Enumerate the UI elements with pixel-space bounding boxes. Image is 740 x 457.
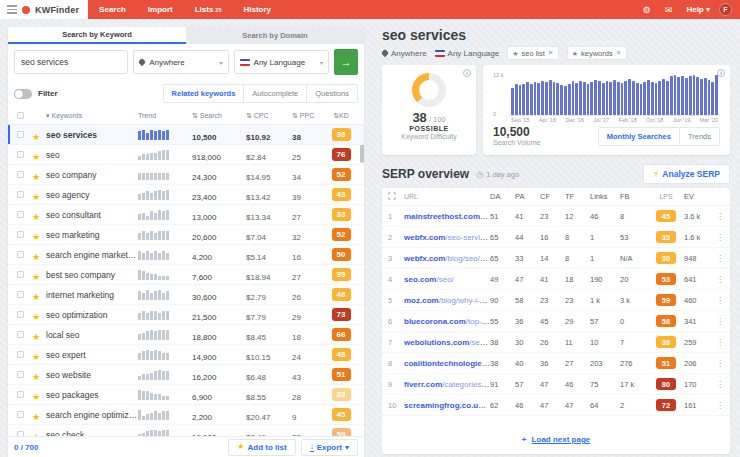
kd-badge[interactable]: 50 <box>332 248 351 261</box>
keyword-text[interactable]: seo company <box>46 170 138 180</box>
col-cpc[interactable]: ⇅ CPC <box>246 112 292 120</box>
user-avatar[interactable]: F <box>719 3 732 16</box>
favorite-star-icon[interactable]: ★ <box>32 292 40 302</box>
serp-url-link[interactable]: webfx.com/blog/seo/what-are-seo-s… <box>404 254 490 263</box>
trends-button[interactable]: Trends <box>679 128 719 145</box>
col-links[interactable]: Links <box>590 192 620 201</box>
kd-badge[interactable]: 66 <box>332 328 351 341</box>
serp-url-link[interactable]: mainstreethost.com/seo-services/ <box>404 212 490 221</box>
filter-toggle[interactable] <box>14 89 32 99</box>
serp-url-link[interactable]: coalitiontechnologies.com/seo-searc… <box>404 359 490 368</box>
serp-row[interactable]: 1 mainstreethost.com/seo-services/ 51 41… <box>382 206 730 227</box>
keyword-row[interactable]: ★ seo optimization 21,500 $7.79 29 73 <box>8 305 364 325</box>
row-checkbox[interactable] <box>17 211 24 218</box>
favorite-star-icon[interactable]: ★ <box>32 372 40 382</box>
serp-row[interactable]: 6 bluecorona.com/top-seo-company/ 55 36 … <box>382 311 730 332</box>
col-fb[interactable]: FB <box>620 192 648 201</box>
kebab-menu-icon[interactable]: ⋮ <box>714 380 724 389</box>
keyword-row[interactable]: ★ seo company 24,300 $14.95 34 52 <box>8 165 364 185</box>
keyword-row[interactable]: ★ seo expert 14,900 $10.15 24 48 <box>8 345 364 365</box>
col-url[interactable]: URL <box>404 193 490 200</box>
row-checkbox[interactable] <box>17 191 24 198</box>
serp-row[interactable]: 7 webolutions.com/seo-services/ 38 30 26… <box>382 332 730 353</box>
keyword-row[interactable]: ★ seo website 16,200 $6.48 43 51 <box>8 365 364 385</box>
keyword-text[interactable]: seo <box>46 150 138 160</box>
row-checkbox[interactable] <box>17 271 24 278</box>
keyword-row[interactable]: ★ seo 918,000 $2.84 25 76 <box>8 145 364 165</box>
nav-item-search[interactable]: Search <box>88 0 137 19</box>
keyword-row[interactable]: ★ seo consultant 13,000 $13.34 27 33 <box>8 205 364 225</box>
keyword-text[interactable]: seo packages <box>46 390 138 400</box>
kebab-menu-icon[interactable]: ⋮ <box>714 317 724 326</box>
find-keywords-button[interactable]: → <box>334 49 358 75</box>
keyword-text[interactable]: best seo company <box>46 270 138 280</box>
select-all-checkbox[interactable] <box>17 112 24 119</box>
kd-badge[interactable]: 43 <box>332 188 351 201</box>
settings-gear-icon[interactable]: ⚙ <box>638 5 656 15</box>
keyword-row[interactable]: ★ search engine optimization company 2,2… <box>8 405 364 425</box>
tag-seo-list[interactable]: ★seo list✕ <box>507 46 559 60</box>
language-select[interactable]: Any Language ▾ <box>234 50 329 74</box>
nav-item-lists[interactable]: Lists25 <box>184 0 233 19</box>
keyword-row[interactable]: ★ local seo 18,800 $8.45 18 66 <box>8 325 364 345</box>
analyze-serp-button[interactable]: ⚡Analyze SERP <box>643 164 730 184</box>
serp-row[interactable]: 10 screamingfrog.co.uk/search-engine-… 6… <box>382 395 730 416</box>
favorite-star-icon[interactable]: ★ <box>32 232 40 242</box>
monthly-searches-button[interactable]: Monthly Searches <box>599 128 679 145</box>
row-checkbox[interactable] <box>17 131 24 138</box>
row-checkbox[interactable] <box>17 371 24 378</box>
col-ev[interactable]: EV <box>684 192 714 201</box>
remove-tag-icon[interactable]: ✕ <box>616 49 622 57</box>
kd-badge[interactable]: 76 <box>332 148 351 161</box>
keyword-text[interactable]: internet marketing <box>46 290 138 300</box>
keyword-text[interactable]: search engine marketing <box>46 250 138 260</box>
kd-badge[interactable]: 59 <box>332 428 351 436</box>
serp-row[interactable]: 4 seo.com/seo/ 49 47 41 18 190 20 53 641… <box>382 269 730 290</box>
serp-row[interactable]: 5 moz.com/blog/why-i-stopped-selling-… 9… <box>382 290 730 311</box>
serp-row[interactable]: 8 coalitiontechnologies.com/seo-searc… 3… <box>382 353 730 374</box>
col-pa[interactable]: PA <box>515 192 540 201</box>
serp-url-link[interactable]: seo.com/seo/ <box>404 275 490 284</box>
row-checkbox[interactable] <box>17 171 24 178</box>
kd-badge[interactable]: 39 <box>332 268 351 281</box>
favorite-star-icon[interactable]: ★ <box>32 412 40 422</box>
keyword-text[interactable]: seo marketing <box>46 230 138 240</box>
kebab-menu-icon[interactable]: ⋮ <box>714 359 724 368</box>
row-checkbox[interactable] <box>17 431 24 436</box>
favorite-star-icon[interactable]: ★ <box>32 132 40 142</box>
col-search[interactable]: ⇅ Search <box>192 112 246 120</box>
row-checkbox[interactable] <box>17 411 24 418</box>
kebab-menu-icon[interactable]: ⋮ <box>714 296 724 305</box>
tag-keywords[interactable]: ★keywords✕ <box>567 46 627 60</box>
serp-row[interactable]: 2 webfx.com/seo-services.html 65 44 16 8… <box>382 227 730 248</box>
keyword-text[interactable]: search engine optimization company <box>46 410 138 420</box>
kd-badge[interactable]: 73 <box>332 308 351 321</box>
favorite-star-icon[interactable]: ★ <box>32 212 40 222</box>
serp-url-link[interactable]: bluecorona.com/top-seo-company/ <box>404 317 490 326</box>
keyword-text[interactable]: seo consultant <box>46 210 138 220</box>
favorite-star-icon[interactable]: ★ <box>32 332 40 342</box>
keyword-search-input[interactable] <box>14 50 128 74</box>
location-select[interactable]: Anywhere ▾ <box>133 50 228 74</box>
tab-search-by-keyword[interactable]: Search by Keyword <box>8 27 186 44</box>
serp-url-link[interactable]: webfx.com/seo-services.html <box>404 233 490 242</box>
col-trend[interactable]: Trend <box>138 112 192 119</box>
kd-badge[interactable]: 48 <box>332 348 351 361</box>
expand-icon[interactable] <box>388 192 404 201</box>
keyword-text[interactable]: seo optimization <box>46 310 138 320</box>
kd-badge[interactable]: 33 <box>332 208 351 221</box>
messages-icon[interactable]: ✉ <box>660 5 678 15</box>
hamburger-menu-icon[interactable] <box>7 5 17 14</box>
tab-autocomplete[interactable]: Autocomplete <box>243 85 306 102</box>
kebab-menu-icon[interactable]: ⋮ <box>714 401 724 410</box>
serp-url-link[interactable]: moz.com/blog/why-i-stopped-selling-… <box>404 296 490 305</box>
keyword-text[interactable]: seo agency <box>46 190 138 200</box>
keyword-text[interactable]: seo check <box>46 430 138 437</box>
row-checkbox[interactable] <box>17 331 24 338</box>
keyword-text[interactable]: seo website <box>46 370 138 380</box>
kebab-menu-icon[interactable]: ⋮ <box>714 233 724 242</box>
kebab-menu-icon[interactable]: ⋮ <box>714 212 724 221</box>
favorite-star-icon[interactable]: ★ <box>32 252 40 262</box>
kebab-menu-icon[interactable]: ⋮ <box>714 275 724 284</box>
favorite-star-icon[interactable]: ★ <box>32 192 40 202</box>
